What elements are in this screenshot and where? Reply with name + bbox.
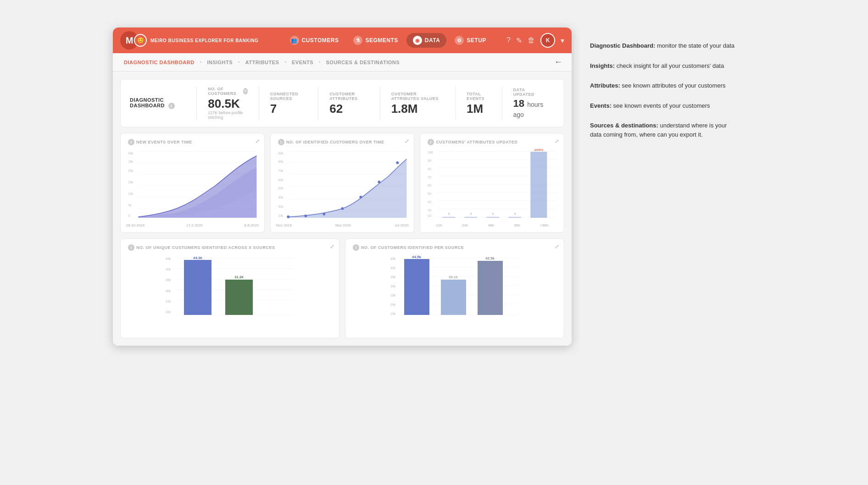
svg-text:100: 100 bbox=[428, 151, 434, 154]
stat-data-updated-label: DATA UPDATED bbox=[513, 88, 544, 97]
annotation-attributes-text: Attributes: see known attributes of your… bbox=[590, 81, 737, 90]
stat-attributes-values: CUSTOMER ATTRIBUTES VALUES 1.8M bbox=[380, 87, 456, 120]
nav-item-setup[interactable]: ⚙ SETUP bbox=[448, 33, 493, 48]
svg-point-28 bbox=[287, 215, 289, 218]
stat-total-events-value: 1M bbox=[467, 103, 491, 115]
svg-text:0: 0 bbox=[514, 212, 516, 215]
chart-identified-title: i NO. OF IDENTIFIED CUSTOMERS OVER TIME bbox=[276, 139, 409, 145]
annotation-sources-title: Sources & destinations: bbox=[590, 122, 658, 129]
chart-new-events-title: i NEW EVENTS OVER TIME bbox=[126, 139, 259, 145]
annotation-attributes: Attributes: see known attributes of your… bbox=[590, 81, 737, 90]
attributes-svg: 100 90 80 70 60 50 40 30 10 bbox=[426, 149, 558, 222]
stat-total-events-label: TOTAL EVENTS bbox=[467, 92, 491, 101]
svg-text:100%: 100% bbox=[534, 149, 543, 152]
svg-text:40: 40 bbox=[428, 200, 432, 204]
svg-rect-93 bbox=[404, 259, 429, 315]
svg-text:30k: 30k bbox=[278, 205, 284, 208]
nav-customers-label: CUSTOMERS bbox=[302, 37, 339, 44]
annotation-sources: Sources & destinations: understand where… bbox=[590, 121, 737, 139]
chevron-down-icon[interactable]: ▾ bbox=[561, 36, 564, 45]
svg-text:0: 0 bbox=[492, 212, 494, 215]
svg-text:80: 80 bbox=[428, 167, 432, 171]
attributes-chart-area: 100 90 80 70 60 50 40 30 10 bbox=[426, 149, 558, 227]
svg-text:45k: 45k bbox=[390, 257, 396, 260]
per-source-info-icon[interactable]: i bbox=[353, 244, 359, 251]
svg-text:44.5k: 44.5k bbox=[412, 255, 422, 259]
identified-expand-btn[interactable]: ⤢ bbox=[405, 138, 409, 144]
nav-segments-label: SEGMENTS bbox=[365, 37, 398, 44]
unique-info-icon[interactable]: i bbox=[128, 244, 134, 251]
svg-rect-75 bbox=[184, 260, 211, 315]
subnav-diagnostic[interactable]: DIAGNOSTIC DASHBOARD bbox=[122, 60, 196, 65]
stat-customer-attributes-value: 62 bbox=[329, 103, 368, 115]
unique-expand-btn[interactable]: ⤢ bbox=[330, 243, 334, 250]
attributes-info-icon[interactable]: i bbox=[428, 139, 434, 145]
arrow-indicator: ← bbox=[554, 57, 562, 67]
unique-x-labels bbox=[126, 320, 334, 324]
per-source-chart-area: 45k 40k 35k 30k 25k 20k 15k bbox=[351, 254, 558, 332]
dashboard-title: DIAGNOSTIC DASHBOARD i bbox=[130, 97, 187, 109]
svg-rect-55 bbox=[465, 217, 478, 218]
svg-text:90k: 90k bbox=[278, 152, 284, 155]
nav-setup-label: SETUP bbox=[467, 37, 486, 44]
customers-info-icon[interactable]: ? bbox=[243, 88, 248, 94]
annotation-insights-body: check insight for all your customers' da… bbox=[615, 62, 724, 69]
help-icon[interactable]: ? bbox=[506, 36, 511, 44]
annotation-attributes-title: Attributes: bbox=[590, 82, 620, 89]
identified-x-1: Nov 2019 bbox=[276, 223, 292, 227]
attributes-expand-btn[interactable]: ⤢ bbox=[555, 138, 559, 144]
chart-unique-title: i NO. OF UNIQUE CUSTOMERS IDENTIFIED ACR… bbox=[126, 244, 334, 251]
svg-point-30 bbox=[323, 213, 325, 215]
attr-x-48h: 48h bbox=[488, 223, 494, 227]
attr-x-24h: 24h bbox=[462, 223, 468, 227]
annotation-insights: Insights: check insight for all your cus… bbox=[590, 61, 737, 71]
svg-text:40k: 40k bbox=[166, 268, 171, 271]
svg-text:15k: 15k bbox=[390, 312, 396, 315]
svg-text:60k: 60k bbox=[278, 178, 284, 182]
chart-new-events: i NEW EVENTS OVER TIME ⤢ 40k 35k 25k 15k… bbox=[120, 133, 265, 233]
annotation-events: Events: see known events of your custome… bbox=[590, 101, 737, 110]
subnav-insights[interactable]: INSIGHTS bbox=[205, 60, 234, 65]
annotation-diagnostic-text: Diagnostic Dashboard: monitor the state … bbox=[590, 41, 737, 50]
stats-row: DIAGNOSTIC DASHBOARD i NO. OF CUSTOMERS … bbox=[120, 79, 564, 127]
new-events-expand-btn[interactable]: ⤢ bbox=[255, 138, 260, 144]
nav-item-data[interactable]: ◉ DATA bbox=[406, 33, 447, 48]
identified-x-2: Mar 2020 bbox=[335, 223, 351, 227]
setup-icon: ⚙ bbox=[455, 36, 464, 45]
unique-svg: 45k 40k 35k 30k 25k 20k bbox=[126, 254, 334, 319]
svg-rect-77 bbox=[225, 280, 253, 315]
main-content: DIAGNOSTIC DASHBOARD i NO. OF CUSTOMERS … bbox=[113, 72, 572, 346]
x-label-2: 17.2.2020 bbox=[186, 223, 203, 227]
charts-bottom-grid: i NO. OF UNIQUE CUSTOMERS IDENTIFIED ACR… bbox=[120, 238, 564, 338]
annotation-events-text: Events: see known events of your custome… bbox=[590, 101, 737, 110]
svg-point-33 bbox=[378, 181, 380, 183]
svg-text:40k: 40k bbox=[278, 196, 284, 199]
user-avatar[interactable]: K bbox=[540, 33, 555, 48]
subnav-attributes[interactable]: ATTRIBUTES bbox=[244, 60, 281, 65]
stat-connected-sources: CONNECTED SOURCES 7 bbox=[259, 87, 319, 120]
svg-text:31.2k: 31.2k bbox=[234, 275, 244, 279]
svg-text:70k: 70k bbox=[278, 169, 284, 172]
per-source-expand-btn[interactable]: ⤢ bbox=[555, 243, 559, 250]
svg-text:80k: 80k bbox=[278, 160, 284, 163]
subnav-sources[interactable]: SOURCES & DESTINATIONS bbox=[324, 60, 402, 65]
annotation-sources-text: Sources & destinations: understand where… bbox=[590, 121, 737, 139]
identified-info-icon[interactable]: i bbox=[278, 139, 284, 145]
new-events-info-icon[interactable]: i bbox=[128, 139, 134, 145]
svg-rect-53 bbox=[443, 217, 456, 218]
stat-customer-attributes: CUSTOMER ATTRIBUTES 62 bbox=[318, 87, 380, 120]
chart-attributes-title: i CUSTOMERS' ATTRIBUTES UPDATED bbox=[426, 139, 558, 145]
dashboard-info-icon[interactable]: i bbox=[168, 103, 175, 109]
nav-item-segments[interactable]: ⚗ SEGMENTS bbox=[347, 33, 404, 48]
subnav-events[interactable]: EVENTS bbox=[290, 60, 315, 65]
page-wrapper: M 😊 MEIRO BUSINESS EXPLORER FOR BANKING … bbox=[113, 28, 755, 346]
navbar: M 😊 MEIRO BUSINESS EXPLORER FOR BANKING … bbox=[113, 28, 572, 53]
edit-icon[interactable]: ✎ bbox=[516, 36, 522, 45]
stat-customers: NO. OF CUSTOMERS ? 80.5K 127K before pro… bbox=[197, 87, 259, 120]
chart-unique-customers: i NO. OF UNIQUE CUSTOMERS IDENTIFIED ACR… bbox=[120, 238, 339, 338]
delete-icon[interactable]: 🗑 bbox=[528, 36, 535, 44]
nav-item-customers[interactable]: 👥 CUSTOMERS bbox=[284, 33, 345, 48]
svg-rect-57 bbox=[487, 217, 500, 218]
stat-attributes-values-label: CUSTOMER ATTRIBUTES VALUES bbox=[391, 92, 444, 101]
subnav: DIAGNOSTIC DASHBOARD • INSIGHTS • ATTRIB… bbox=[113, 53, 572, 72]
